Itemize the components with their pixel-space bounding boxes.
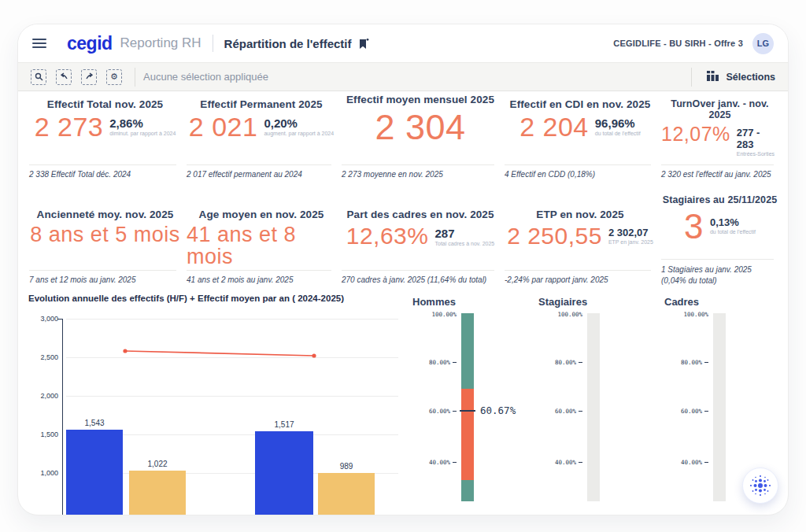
kpi-turnover[interactable]: TurnOver janv. - nov. 2025 12,07% 277 - …	[661, 94, 778, 187]
smart-search-icon[interactable]	[26, 66, 51, 88]
insight-advisor-button[interactable]	[742, 467, 778, 504]
kpi-caption: Entrées-Sorties	[737, 151, 778, 157]
kpi-secondary: 0,13%	[710, 216, 756, 228]
app-header: cegid Reporting RH Répartition de l'effe…	[18, 24, 788, 62]
gauge-bar	[461, 313, 474, 501]
gauge-tick: 100.00%	[617, 310, 708, 318]
gauge-title: Stagiaires	[538, 296, 587, 308]
hamburger-menu-icon[interactable]	[32, 39, 46, 48]
app-context-label: CEGIDLIFE - BU SIRH - Offre 3	[613, 39, 743, 48]
header-divider	[213, 35, 213, 52]
selections-label: Sélections	[726, 72, 775, 83]
page-title: Répartition de l'effectif	[224, 37, 352, 50]
effectifs-combo-chart[interactable]: Evolution annuelle des effectifs (H/F) +…	[28, 294, 406, 515]
toolbar-divider	[691, 68, 692, 87]
kpi-value: 2 204	[519, 113, 589, 142]
kpi-value: 3	[684, 209, 704, 245]
gauge-tick: 100.00%	[491, 310, 582, 318]
kpi-footnote: 270 cadres à janv. 2025 (11,64% du total…	[342, 270, 494, 290]
user-avatar[interactable]: LG	[752, 33, 774, 54]
gauge-title: Cadres	[664, 296, 699, 308]
chart-plot-area: 3,000 2,500 2,000 1,500 1,000 1,543 1,02…	[28, 316, 406, 515]
kpi-value: 12,63%	[346, 224, 429, 249]
kpi-effectif-moyen[interactable]: Effectif moyen mensuel 2025 2 304 2 273 …	[342, 94, 499, 187]
gauge-bar	[713, 313, 726, 501]
kpi-part-cadres[interactable]: Part des cadres en nov. 2025 12,63% 287T…	[342, 191, 499, 290]
kpi-secondary: 277 - 283	[737, 127, 778, 150]
kpi-caption: du total de l'effectif	[595, 131, 641, 136]
selection-status: Aucune sélection appliquée	[143, 71, 268, 83]
gauge-tick: 80.00%	[491, 358, 582, 366]
clear-selections-icon[interactable]: ⚙	[102, 66, 127, 88]
kpi-secondary: 2 302,07	[608, 227, 653, 238]
gauge-tick: 40.00%	[365, 458, 457, 466]
toolbar-divider	[135, 68, 135, 87]
kpi-footnote: -2,24% par rapport janv. 2025	[505, 270, 651, 290]
kpi-caption: augment. par rapport à 2024	[264, 131, 334, 136]
kpi-row-1: Effectif Total nov. 2025 2 273 2,86%dimi…	[29, 94, 778, 187]
dot-globe-icon	[747, 472, 774, 499]
kpi-footnote: 2 320 est l'effectif au janv. 2025	[661, 164, 774, 187]
gauge-band-high	[461, 313, 474, 389]
kpi-value: 2 304	[375, 109, 465, 146]
gauge-tick: 40.00%	[491, 458, 582, 466]
kpi-stagiaires[interactable]: Stagiaires au 25/11/2025 3 0,13%du total…	[661, 191, 778, 290]
kpi-age-moyen[interactable]: Age moyen en nov. 2025 41 ans et 8 mois …	[187, 191, 336, 290]
kpi-etp[interactable]: ETP en nov. 2025 2 250,55 2 302,07ETP en…	[505, 191, 656, 290]
gauge-tick: 100.00%	[365, 310, 457, 318]
gauge-value-marker	[460, 410, 475, 412]
gauge-cadres[interactable]: Cadres 100.00% 80.00% 60.00% 40.00%	[617, 296, 751, 515]
kpi-caption: ETP en janv. 2025	[608, 239, 653, 245]
kpi-anciennete[interactable]: Ancienneté moy. nov. 2025 8 ans et 5 moi…	[29, 191, 181, 290]
step-back-icon[interactable]	[51, 66, 76, 88]
gauge-band-mid	[461, 389, 474, 480]
gauge-band-low	[461, 480, 474, 501]
kpi-footnote: 2 338 Effectif Total déc. 2024	[29, 164, 176, 187]
kpi-value: 2 273	[35, 113, 104, 142]
gauge-tick: 80.00%	[617, 358, 708, 366]
kpi-secondary: 96,96%	[595, 116, 641, 130]
kpi-secondary: 2,86%	[109, 116, 176, 130]
kpi-effectif-permanent[interactable]: Effectif Permanent 2025 2 021 0,20%augme…	[187, 94, 336, 187]
kpi-secondary: 287	[434, 227, 494, 240]
kpi-footnote: 7 ans et 12 mois au janv. 2025	[29, 270, 176, 290]
dashboard-card: cegid Reporting RH Répartition de l'effe…	[17, 24, 789, 515]
gauge-tick: 60.00%	[617, 407, 708, 415]
kpi-value: 12,07%	[661, 124, 730, 144]
selections-grid-icon	[707, 70, 719, 84]
kpi-footnote: 2 273 moyenne en nov. 2025	[342, 164, 494, 187]
gauge-bar	[587, 313, 600, 501]
gauge-stagiaires[interactable]: Stagiaires 100.00% 80.00% 60.00% 40.00%	[491, 296, 625, 515]
kpi-footnote: 4 Effectif en CDD (0,18%)	[505, 164, 651, 187]
gauge-tick: 80.00%	[365, 358, 457, 366]
kpi-secondary: 0,20%	[264, 116, 334, 130]
cegid-logo[interactable]: cegid	[67, 33, 113, 54]
kpi-footnote: 2 017 effectif permanent au 2024	[187, 164, 331, 187]
kpi-row-2: Ancienneté moy. nov. 2025 8 ans et 5 moi…	[29, 191, 778, 290]
chart-title: Evolution annuelle des effectifs (H/F) +…	[28, 294, 406, 303]
selections-button[interactable]: Sélections	[683, 68, 775, 87]
gauge-tick: 60.00%	[365, 407, 457, 415]
gauge-tick: 40.00%	[617, 458, 708, 466]
gauge-hommes[interactable]: Hommes 100.00% 80.00% 60.00% 40.00% 60.6…	[365, 296, 499, 515]
gauge-tick: 60.00%	[491, 407, 582, 415]
kpi-value: 2 021	[189, 113, 258, 142]
bookmark-icon[interactable]	[358, 38, 369, 50]
kpi-caption: Total cadres à nov. 2025	[434, 241, 494, 246]
gauge-title: Hommes	[412, 296, 456, 308]
kpi-value: 8 ans et 5 mois	[30, 224, 180, 246]
selection-toolbar: ⚙ Aucune sélection appliquée Sélections	[18, 62, 788, 91]
kpi-caption: du total de l'effectif	[710, 229, 756, 235]
kpi-footnote: 41 ans et 2 mois au janv. 2025	[187, 270, 331, 290]
avg-effectif-line	[28, 316, 406, 515]
kpi-effectif-total[interactable]: Effectif Total nov. 2025 2 273 2,86%dimi…	[29, 94, 181, 187]
kpi-effectif-cdi[interactable]: Effectif en CDI en nov. 2025 2 204 96,96…	[505, 94, 656, 187]
kpi-footnote: 1 Stagiaires au janv. 2025 (0,04% du tot…	[661, 259, 774, 290]
kpi-value: 2 250,55	[507, 224, 602, 249]
kpi-caption: diminut. par rapport à 2024	[109, 131, 176, 136]
kpi-value: 41 ans et 8 mois	[187, 224, 336, 268]
step-forward-icon[interactable]	[76, 66, 102, 88]
product-name: Reporting RH	[120, 35, 202, 51]
